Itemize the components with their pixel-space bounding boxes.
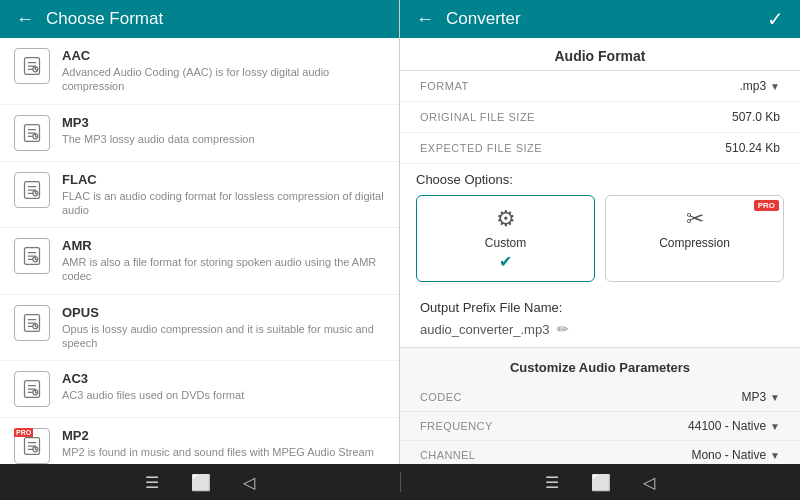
output-prefix-value: audio_converter_.mp3 <box>420 322 549 337</box>
format-text-amr: AMRAMR is also a file format for storing… <box>62 238 385 284</box>
right-back-button[interactable]: ← <box>416 9 434 30</box>
expected-size-value: 510.24 Kb <box>725 141 780 155</box>
right-panel-title: Converter <box>446 9 521 29</box>
back-icon-right[interactable]: ◁ <box>643 473 655 492</box>
codec-row: CODEC MP3 ▼ <box>400 383 800 412</box>
bottom-nav-left: ☰ ⬜ ◁ <box>0 473 400 492</box>
bottom-nav-right: ☰ ⬜ ◁ <box>401 473 801 492</box>
format-desc-label: Opus is lossy audio compression and it i… <box>62 322 385 351</box>
right-content: Audio Format FORMAT .mp3 ▼ ORIGINAL FILE… <box>400 38 800 464</box>
format-icon-amr <box>14 238 50 274</box>
option-card-custom[interactable]: ⚙ Custom ✔ <box>416 195 595 282</box>
format-name-label: MP2 <box>62 428 374 443</box>
pro-badge: PRO <box>14 428 33 437</box>
format-desc-label: MP2 is found in music and sound files wi… <box>62 445 374 459</box>
left-panel: ← Choose Format AACAdvanced Audio Coding… <box>0 0 400 464</box>
format-icon-mp2: PRO <box>14 428 50 464</box>
back-icon[interactable]: ◁ <box>243 473 255 492</box>
audio-format-section: Audio Format FORMAT .mp3 ▼ ORIGINAL FILE… <box>400 38 800 164</box>
format-item-mp2[interactable]: PROMP2MP2 is found in music and sound fi… <box>0 418 399 464</box>
format-name-label: AC3 <box>62 371 244 386</box>
expected-size-row: EXPECTED FILE SIZE 510.24 Kb <box>400 133 800 164</box>
audio-format-title: Audio Format <box>400 38 800 70</box>
format-row: FORMAT .mp3 ▼ <box>400 71 800 102</box>
scissors-icon: ✂ <box>686 206 704 232</box>
format-desc-label: Advanced Audio Coding (AAC) is for lossy… <box>62 65 385 94</box>
format-desc-label: The MP3 lossy audio data compression <box>62 132 255 146</box>
format-text-mp2: MP2MP2 is found in music and sound files… <box>62 428 374 459</box>
format-text-ac3: AC3AC3 audio files used on DVDs format <box>62 371 244 402</box>
format-label: FORMAT <box>420 80 469 92</box>
frequency-value[interactable]: 44100 - Native ▼ <box>688 419 780 433</box>
menu-icon-right[interactable]: ☰ <box>545 473 559 492</box>
compression-option-label: Compression <box>659 236 730 250</box>
output-prefix-label: Output Prefix File Name: <box>420 300 780 315</box>
format-name-label: AAC <box>62 48 385 63</box>
format-icon-ac3 <box>14 371 50 407</box>
format-item-flac[interactable]: FLACFLAC is an audio coding format for l… <box>0 162 399 229</box>
format-desc-label: FLAC is an audio coding format for lossl… <box>62 189 385 218</box>
format-item-ac3[interactable]: AC3AC3 audio files used on DVDs format <box>0 361 399 418</box>
original-size-label: ORIGINAL FILE SIZE <box>420 111 535 123</box>
output-prefix-row: audio_converter_.mp3 ✏ <box>420 321 780 337</box>
format-name-label: MP3 <box>62 115 255 130</box>
gear-icon: ⚙ <box>496 206 516 232</box>
format-icon-flac <box>14 172 50 208</box>
customize-audio-section: Customize Audio Parameters CODEC MP3 ▼ F… <box>400 347 800 464</box>
format-list: AACAdvanced Audio Coding (AAC) is for lo… <box>0 38 399 464</box>
format-item-opus[interactable]: OPUSOpus is lossy audio compression and … <box>0 295 399 362</box>
custom-option-label: Custom <box>485 236 526 250</box>
output-prefix-section: Output Prefix File Name: audio_converter… <box>400 294 800 347</box>
choose-options-label: Choose Options: <box>416 172 784 187</box>
confirm-button[interactable]: ✓ <box>767 7 784 31</box>
right-header-left: ← Converter <box>416 9 521 30</box>
format-item-mp3[interactable]: MP3The MP3 lossy audio data compression <box>0 105 399 162</box>
expected-size-label: EXPECTED FILE SIZE <box>420 142 542 154</box>
format-text-mp3: MP3The MP3 lossy audio data compression <box>62 115 255 146</box>
options-grid: ⚙ Custom ✔ PRO ✂ Compression <box>416 195 784 282</box>
codec-dropdown-arrow: ▼ <box>770 392 780 403</box>
format-value[interactable]: .mp3 ▼ <box>739 79 780 93</box>
format-desc-label: AMR is also a file format for storing sp… <box>62 255 385 284</box>
option-card-compression[interactable]: PRO ✂ Compression <box>605 195 784 282</box>
channel-row: CHANNEL Mono - Native ▼ <box>400 441 800 464</box>
edit-prefix-button[interactable]: ✏ <box>557 321 569 337</box>
left-back-button[interactable]: ← <box>16 9 34 30</box>
codec-value[interactable]: MP3 ▼ <box>741 390 780 404</box>
format-icon-mp3 <box>14 115 50 151</box>
format-item-aac[interactable]: AACAdvanced Audio Coding (AAC) is for lo… <box>0 38 399 105</box>
original-size-value: 507.0 Kb <box>732 110 780 124</box>
format-icon-opus <box>14 305 50 341</box>
format-icon-aac <box>14 48 50 84</box>
right-panel: ← Converter ✓ Audio Format FORMAT .mp3 ▼… <box>400 0 800 464</box>
format-text-flac: FLACFLAC is an audio coding format for l… <box>62 172 385 218</box>
compression-pro-badge: PRO <box>754 200 779 211</box>
format-name-label: FLAC <box>62 172 385 187</box>
original-size-row: ORIGINAL FILE SIZE 507.0 Kb <box>400 102 800 133</box>
format-item-amr[interactable]: AMRAMR is also a file format for storing… <box>0 228 399 295</box>
choose-options-section: Choose Options: ⚙ Custom ✔ PRO ✂ Compres… <box>400 164 800 294</box>
bottom-nav-bar: ☰ ⬜ ◁ ☰ ⬜ ◁ <box>0 464 800 500</box>
frequency-row: FREQUENCY 44100 - Native ▼ <box>400 412 800 441</box>
format-dropdown-arrow: ▼ <box>770 81 780 92</box>
format-desc-label: AC3 audio files used on DVDs format <box>62 388 244 402</box>
menu-icon[interactable]: ☰ <box>145 473 159 492</box>
codec-label: CODEC <box>420 391 462 403</box>
home-icon[interactable]: ⬜ <box>191 473 211 492</box>
left-panel-title: Choose Format <box>46 9 163 29</box>
home-icon-right[interactable]: ⬜ <box>591 473 611 492</box>
format-text-opus: OPUSOpus is lossy audio compression and … <box>62 305 385 351</box>
format-name-label: OPUS <box>62 305 385 320</box>
format-name-label: AMR <box>62 238 385 253</box>
format-text-aac: AACAdvanced Audio Coding (AAC) is for lo… <box>62 48 385 94</box>
channel-dropdown-arrow: ▼ <box>770 450 780 461</box>
left-header: ← Choose Format <box>0 0 399 38</box>
frequency-label: FREQUENCY <box>420 420 493 432</box>
custom-check-icon: ✔ <box>499 252 512 271</box>
right-header: ← Converter ✓ <box>400 0 800 38</box>
frequency-dropdown-arrow: ▼ <box>770 421 780 432</box>
customize-title: Customize Audio Parameters <box>400 356 800 383</box>
channel-value[interactable]: Mono - Native ▼ <box>691 448 780 462</box>
channel-label: CHANNEL <box>420 449 475 461</box>
